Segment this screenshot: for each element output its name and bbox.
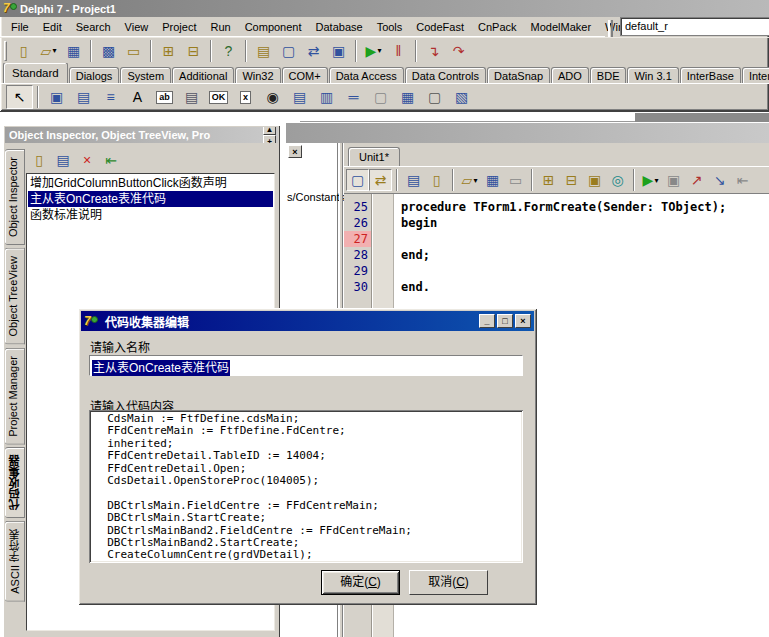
palette-tab-ado[interactable]: ADO (551, 67, 589, 84)
palette-tab-bde[interactable]: BDE (590, 67, 627, 84)
swap-view-icon[interactable]: ⇄ (369, 169, 392, 191)
minimize-icon[interactable]: _ (479, 314, 495, 328)
help-icon[interactable]: ? (216, 39, 241, 62)
maximize-icon[interactable]: □ (497, 314, 513, 328)
frames-icon[interactable]: ▣ (43, 85, 70, 109)
menu-modelmaker[interactable]: ModelMaker (524, 18, 599, 36)
desktop-layout-combo[interactable]: default_r (620, 17, 769, 36)
listbox-icon[interactable]: ▤ (286, 85, 313, 109)
locale-icon[interactable]: ◎ (606, 169, 629, 191)
edit-item-icon[interactable]: ▤ (51, 149, 75, 171)
mainmenu-icon[interactable]: ▤ (70, 85, 97, 109)
pause-icon[interactable]: ‖ (386, 39, 411, 62)
panel-icon[interactable]: ▢ (421, 85, 448, 109)
palette-tab-system[interactable]: System (120, 67, 171, 84)
shade-icon[interactable]: ▴ (263, 127, 276, 135)
breakpoint-del-icon[interactable]: ↘ (708, 169, 731, 191)
menu-tools[interactable]: Tools (370, 18, 410, 36)
groupbox-icon[interactable]: ▢ (367, 85, 394, 109)
menu-file[interactable]: File (4, 18, 36, 36)
palette-tab-win32[interactable]: Win32 (235, 67, 280, 84)
toggle-form-icon[interactable]: ▢ (346, 169, 369, 191)
ok-button[interactable]: 确定(C) (321, 570, 400, 595)
trace-into-icon[interactable]: ↴ (421, 39, 446, 62)
dropdown-arrow-icon[interactable]: ▾ (473, 176, 477, 185)
toggle-form-unit-icon[interactable]: ⇄ (301, 39, 326, 62)
side-tab-ascii-字符表[interactable]: ASCII 字符表 (5, 521, 25, 602)
palette-tab-interbase[interactable]: InterBase (680, 67, 741, 84)
checkbox-icon[interactable]: x (232, 85, 259, 109)
run-icon[interactable]: ▶▾ (639, 169, 662, 191)
pointer-icon[interactable]: ↖ (6, 85, 33, 109)
menu-project[interactable]: Project (155, 18, 203, 36)
dropdown-arrow-icon[interactable]: ▾ (377, 46, 381, 55)
docked-panel-titlebar[interactable]: Object Inspector, Object TreeView, Pro ▾… (5, 127, 278, 143)
new-form-icon[interactable]: ▣ (326, 39, 351, 62)
scrollbar-icon[interactable]: ═ (340, 85, 367, 109)
dialog-titlebar[interactable]: 7 代码收集器编辑 _ □ × (81, 311, 534, 331)
name-input[interactable]: 主从表OnCreate表准代码 (89, 355, 523, 376)
menu-edit[interactable]: Edit (36, 18, 69, 36)
menu-component[interactable]: Component (238, 18, 309, 36)
combobox-icon[interactable]: ▥ (313, 85, 340, 109)
palette-tab-standard[interactable]: Standard (3, 63, 68, 83)
dropdown-arrow-icon[interactable]: ▾ (654, 176, 658, 185)
code-explorer-node[interactable]: s/Constants (287, 191, 345, 203)
radiobutton-icon[interactable]: ◉ (259, 85, 286, 109)
run-icon[interactable]: ▶▾ (361, 39, 386, 62)
menu-view[interactable]: View (118, 18, 156, 36)
actionlist-icon[interactable]: ▧ (448, 85, 475, 109)
open-file-icon[interactable]: ▱▾ (458, 169, 481, 191)
remove-from-project-icon[interactable]: ⊟ (181, 39, 206, 62)
palette-tab-additional[interactable]: Additional (172, 67, 234, 84)
collector-item[interactable]: 主从表OnCreate表准代码 (28, 191, 273, 207)
breakpoint-add-icon[interactable]: ↗ (685, 169, 708, 191)
menu-run[interactable]: Run (203, 18, 237, 36)
open-project-icon[interactable]: ▭ (121, 39, 146, 62)
add-item-icon[interactable]: ▯ (27, 149, 51, 171)
menu-cnpack[interactable]: CnPack (471, 18, 524, 36)
menu-database[interactable]: Database (309, 18, 370, 36)
code-content-input[interactable]: CdsMain := FtfDefine.cdsMain; FFdCentreM… (89, 410, 523, 563)
new-file-icon[interactable]: ▯ (425, 169, 448, 191)
main-titlebar[interactable]: 7 Delphi 7 - Project1 (0, 0, 769, 17)
close-icon[interactable]: × (288, 145, 302, 158)
toolbar-drag-handle[interactable] (4, 41, 7, 61)
edit-icon[interactable]: ab (151, 85, 178, 109)
close-icon[interactable]: × (515, 314, 531, 328)
explorer-icon[interactable]: ▤ (402, 169, 425, 191)
cancel-button[interactable]: 取消(C) (409, 570, 488, 595)
side-tab-object-inspector[interactable]: Object Inspector (5, 149, 25, 245)
side-tab-代码收集器[interactable]: 代码收集器 (5, 447, 25, 518)
remove-file-icon[interactable]: ⊟ (560, 169, 583, 191)
palette-tab-win-3-1[interactable]: Win 3.1 (627, 67, 678, 84)
tab-unit1[interactable]: Unit1* (348, 147, 400, 166)
step-over-icon[interactable]: ↷ (446, 39, 471, 62)
side-tab-object-treeview[interactable]: Object TreeView (5, 248, 25, 345)
memo-icon[interactable]: ▤ (178, 85, 205, 109)
save-icon[interactable]: ▦ (61, 39, 86, 62)
popupmenu-icon[interactable]: ≡ (97, 85, 124, 109)
menu-search[interactable]: Search (69, 18, 118, 36)
radiogroup-icon[interactable]: ▦ (394, 85, 421, 109)
save-file-icon[interactable]: ▦ (481, 169, 504, 191)
todo-list-icon[interactable]: ▣ (583, 169, 606, 191)
delete-item-icon[interactable]: × (75, 149, 99, 171)
palette-tab-dialogs[interactable]: Dialogs (69, 67, 120, 84)
close-file-icon[interactable]: ▭ (504, 169, 527, 191)
open-icon[interactable]: ▱▾ (36, 39, 61, 62)
palette-tab-datasnap[interactable]: DataSnap (487, 67, 550, 84)
editor-titlebar[interactable] (286, 123, 769, 143)
side-tab-project-manager[interactable]: Project Manager (5, 348, 25, 445)
save-all-icon[interactable]: ▩ (96, 39, 121, 62)
add-file-icon[interactable]: ⊞ (537, 169, 560, 191)
view-form-icon[interactable]: ▢ (276, 39, 301, 62)
menu-codefast[interactable]: CodeFast (409, 18, 471, 36)
button-icon[interactable]: OK (205, 85, 232, 109)
float-icon[interactable]: + (263, 135, 276, 143)
collector-item[interactable]: 增加GridColumnButtonClick函数声明 (28, 175, 273, 191)
label-icon[interactable]: A (124, 85, 151, 109)
compile-icon[interactable]: ▣ (662, 169, 685, 191)
add-to-project-icon[interactable]: ⊞ (156, 39, 181, 62)
cursor-jump-icon[interactable]: ⇤ (731, 169, 754, 191)
